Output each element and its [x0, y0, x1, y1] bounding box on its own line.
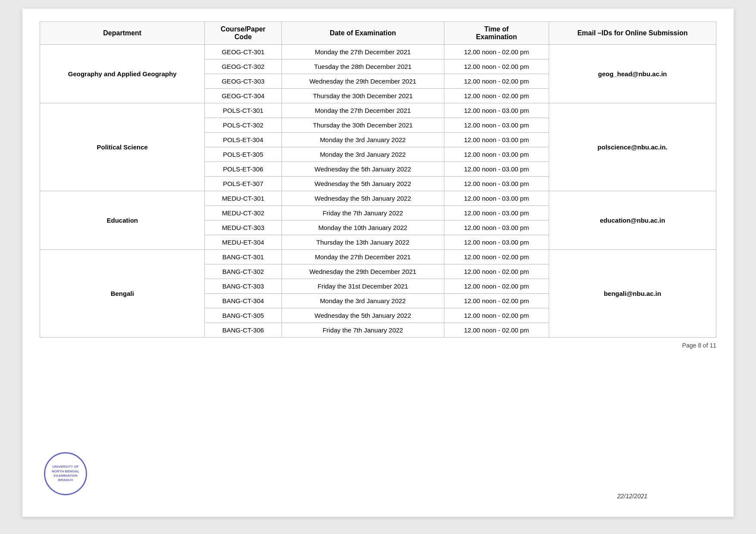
date-cell: Wednesday the 29th December 2021 [281, 264, 444, 279]
time-cell: 12.00 noon - 02.00 pm [444, 264, 549, 279]
date-cell: Friday the 7th January 2022 [281, 206, 444, 220]
course-code-cell: POLS-ET-304 [205, 133, 281, 147]
date-cell: Wednesday the 5th January 2022 [281, 177, 444, 191]
time-cell: 12.00 noon - 02.00 pm [444, 308, 549, 323]
course-code-cell: POLS-ET-306 [205, 162, 281, 177]
date-cell: Wednesday the 5th January 2022 [281, 308, 444, 323]
course-code-cell: BANG-CT-301 [205, 250, 281, 264]
course-code-cell: MEDU-CT-303 [205, 220, 281, 235]
table-row: EducationMEDU-CT-301Wednesday the 5th Ja… [40, 191, 716, 206]
col-time: Time of Examination [444, 22, 549, 45]
course-code-cell: MEDU-CT-301 [205, 191, 281, 206]
course-code-cell: GEOG-CT-303 [205, 74, 281, 89]
date-cell: Wednesday the 29th December 2021 [281, 74, 444, 89]
col-email: Email –IDs for Online Submission [549, 22, 716, 45]
time-cell: 12.00 noon - 03.00 pm [444, 191, 549, 206]
date-cell: Thursday the 30th December 2021 [281, 89, 444, 103]
email-cell: education@nbu.ac.in [549, 191, 716, 250]
date-cell: Monday the 3rd January 2022 [281, 294, 444, 308]
date-cell: Monday the 27th December 2021 [281, 103, 444, 118]
date-cell: Monday the 27th December 2021 [281, 45, 444, 59]
dept-cell: Political Science [40, 103, 205, 191]
course-code-cell: BANG-CT-303 [205, 279, 281, 294]
date-cell: Monday the 3rd January 2022 [281, 147, 444, 162]
course-code-cell: BANG-CT-304 [205, 294, 281, 308]
course-code-cell: BANG-CT-305 [205, 308, 281, 323]
time-cell: 12.00 noon - 02.00 pm [444, 59, 549, 74]
signature-area: 22/12/2021 [617, 493, 647, 500]
time-cell: 12.00 noon - 03.00 pm [444, 162, 549, 177]
signature-text: 22/12/2021 [617, 493, 647, 500]
table-row: Geography and Applied GeographyGEOG-CT-3… [40, 45, 716, 59]
time-cell: 12.00 noon - 03.00 pm [444, 177, 549, 191]
time-cell: 12.00 noon - 02.00 pm [444, 323, 549, 338]
email-cell: geog_head@nbu.ac.in [549, 45, 716, 103]
date-cell: Monday the 27th December 2021 [281, 250, 444, 264]
time-cell: 12.00 noon - 02.00 pm [444, 89, 549, 103]
course-code-cell: MEDU-CT-302 [205, 206, 281, 220]
time-cell: 12.00 noon - 02.00 pm [444, 250, 549, 264]
course-code-cell: MEDU-ET-304 [205, 235, 281, 250]
dept-cell: Education [40, 191, 205, 250]
course-code-cell: GEOG-CT-302 [205, 59, 281, 74]
table-row: Political SciencePOLS-CT-301Monday the 2… [40, 103, 716, 118]
time-cell: 12.00 noon - 03.00 pm [444, 206, 549, 220]
col-department: Department [40, 22, 205, 45]
page-footer: Page 8 of 11 [40, 342, 716, 349]
course-code-cell: BANG-CT-302 [205, 264, 281, 279]
course-code-cell: POLS-CT-301 [205, 103, 281, 118]
date-cell: Tuesday the 28th December 2021 [281, 59, 444, 74]
email-cell: polscience@nbu.ac.in. [549, 103, 716, 191]
time-cell: 12.00 noon - 03.00 pm [444, 118, 549, 133]
date-cell: Friday the 31st December 2021 [281, 279, 444, 294]
page: Department Course/Paper Code Date of Exa… [22, 9, 734, 517]
date-cell: Monday the 10th January 2022 [281, 220, 444, 235]
page-number: Page 8 of 11 [682, 342, 716, 349]
exam-table: Department Course/Paper Code Date of Exa… [40, 22, 716, 338]
date-cell: Wednesday the 5th January 2022 [281, 191, 444, 206]
col-course-code: Course/Paper Code [205, 22, 281, 45]
course-code-cell: POLS-CT-302 [205, 118, 281, 133]
time-cell: 12.00 noon - 02.00 pm [444, 74, 549, 89]
date-cell: Thursday the 30th December 2021 [281, 118, 444, 133]
email-cell: bengali@nbu.ac.in [549, 250, 716, 338]
time-cell: 12.00 noon - 03.00 pm [444, 220, 549, 235]
date-cell: Monday the 3rd January 2022 [281, 133, 444, 147]
dept-cell: Geography and Applied Geography [40, 45, 205, 103]
time-cell: 12.00 noon - 02.00 pm [444, 45, 549, 59]
time-cell: 12.00 noon - 03.00 pm [444, 147, 549, 162]
course-code-cell: GEOG-CT-304 [205, 89, 281, 103]
time-cell: 12.00 noon - 03.00 pm [444, 103, 549, 118]
col-date: Date of Examination [281, 22, 444, 45]
date-cell: Friday the 7th January 2022 [281, 323, 444, 338]
university-stamp: UNIVERSITY OFNORTH BENGALEXAMINATIONBRAN… [44, 452, 87, 495]
date-cell: Wednesday the 5th January 2022 [281, 162, 444, 177]
course-code-cell: POLS-ET-307 [205, 177, 281, 191]
time-cell: 12.00 noon - 03.00 pm [444, 133, 549, 147]
time-cell: 12.00 noon - 03.00 pm [444, 235, 549, 250]
time-cell: 12.00 noon - 02.00 pm [444, 294, 549, 308]
course-code-cell: GEOG-CT-301 [205, 45, 281, 59]
time-cell: 12.00 noon - 02.00 pm [444, 279, 549, 294]
date-cell: Thursday the 13th January 2022 [281, 235, 444, 250]
table-row: BengaliBANG-CT-301Monday the 27th Decemb… [40, 250, 716, 264]
dept-cell: Bengali [40, 250, 205, 338]
stamp-area: UNIVERSITY OFNORTH BENGALEXAMINATIONBRAN… [40, 448, 91, 500]
course-code-cell: BANG-CT-306 [205, 323, 281, 338]
course-code-cell: POLS-ET-305 [205, 147, 281, 162]
